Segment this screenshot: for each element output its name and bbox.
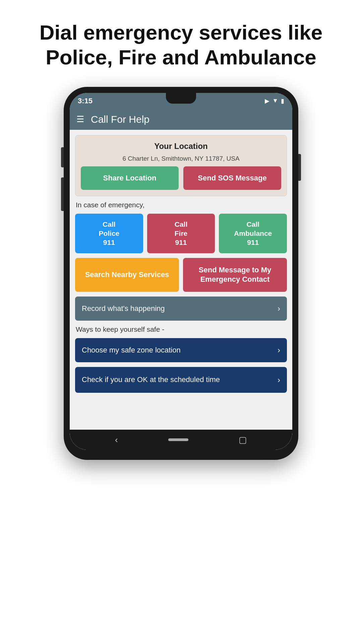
choose-safe-zone-label: Choose my safe zone location (82, 346, 181, 355)
chevron-right-icon: › (278, 304, 280, 313)
send-sos-button[interactable]: Send SOS Message (183, 166, 281, 190)
location-address: 6 Charter Ln, Smithtown, NY 11787, USA (122, 155, 239, 162)
toolbar: ☰ Call For Help (70, 109, 292, 130)
choose-safe-zone-button[interactable]: Choose my safe zone location › (75, 338, 287, 362)
empty-space (75, 397, 287, 424)
safe-zone-label: Ways to keep yourself safe - (75, 325, 287, 333)
back-nav-icon[interactable]: ‹ (115, 435, 118, 445)
wifi-icon: ▼ (272, 97, 278, 104)
phone-shell: 3:15 ▶ ▼ ▮ ☰ Call For Help Your Location… (64, 87, 298, 460)
notch (166, 93, 196, 104)
location-buttons: Share Location Send SOS Message (81, 166, 281, 190)
location-card: Your Location 6 Charter Ln, Smithtown, N… (75, 135, 287, 196)
call-police-button[interactable]: Call Police 911 (75, 214, 143, 253)
location-title: Your Location (154, 142, 208, 151)
chevron-right-icon: › (278, 345, 280, 355)
home-nav-button[interactable] (168, 438, 188, 441)
check-ok-button[interactable]: Check if you are OK at the scheduled tim… (75, 367, 287, 393)
chevron-right-icon: › (278, 374, 280, 386)
battery-icon: ▮ (281, 97, 284, 105)
signal-icon: ▶ (265, 97, 269, 105)
status-icons: ▶ ▼ ▮ (265, 97, 284, 105)
app-content: Your Location 6 Charter Ln, Smithtown, N… (70, 130, 292, 430)
phone-screen: 3:15 ▶ ▼ ▮ ☰ Call For Help Your Location… (70, 93, 292, 450)
check-ok-label: Check if you are OK at the scheduled tim… (82, 375, 220, 385)
hamburger-menu-icon[interactable]: ☰ (76, 114, 84, 124)
search-nearby-button[interactable]: Search Nearby Services (75, 258, 179, 292)
call-fire-button[interactable]: Call Fire 911 (147, 214, 215, 253)
phone-bottom-nav: ‹ ▢ (70, 430, 292, 450)
share-location-button[interactable]: Share Location (81, 166, 179, 190)
volume-up-button (61, 147, 64, 167)
toolbar-title: Call For Help (91, 114, 149, 125)
emergency-label: In case of emergency, (75, 201, 287, 209)
call-ambulance-button[interactable]: Call Ambulance 911 (219, 214, 287, 253)
power-button (298, 154, 301, 181)
send-emergency-message-button[interactable]: Send Message to My Emergency Contact (183, 258, 287, 292)
status-bar: 3:15 ▶ ▼ ▮ (70, 93, 292, 109)
recents-nav-icon[interactable]: ▢ (239, 435, 247, 445)
record-label: Record what's happening (82, 304, 165, 313)
status-time: 3:15 (78, 97, 93, 105)
second-grid: Search Nearby Services Send Message to M… (75, 258, 287, 292)
volume-down-button (61, 177, 64, 211)
emergency-grid: Call Police 911 Call Fire 911 Call Ambul… (75, 214, 287, 253)
page-title: Dial emergency services like Police, Fir… (0, 0, 362, 87)
record-button[interactable]: Record what's happening › (75, 297, 287, 321)
